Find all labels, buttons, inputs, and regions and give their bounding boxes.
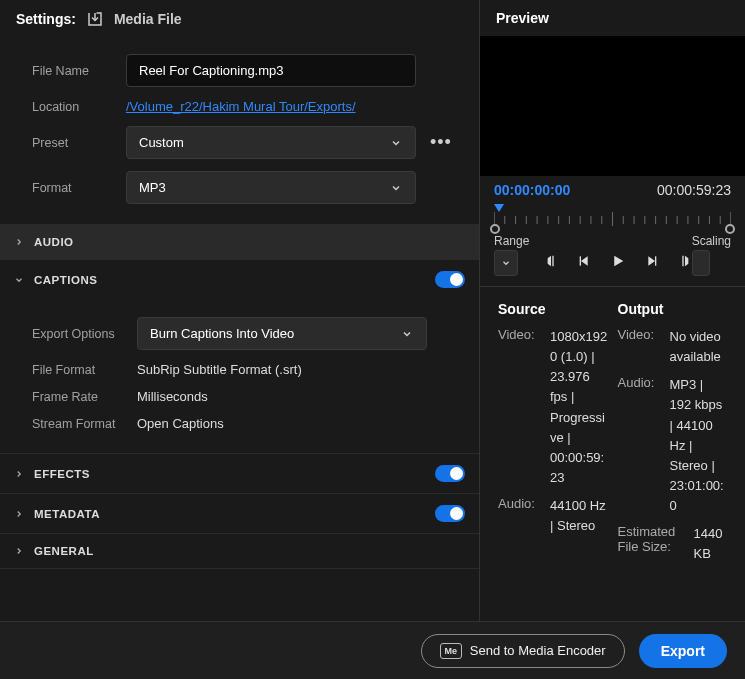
mark-out-icon[interactable] <box>675 253 691 272</box>
section-captions[interactable]: CAPTIONS <box>0 259 479 299</box>
output-est-value: 1440 KB <box>694 524 728 564</box>
media-file-label: Media File <box>114 11 182 27</box>
svg-rect-23 <box>580 256 581 265</box>
location-link[interactable]: /Volume_r22/Hakim Mural Tour/Exports/ <box>126 99 356 114</box>
time-total: 00:00:59:23 <box>657 182 731 198</box>
section-general-title: GENERAL <box>34 545 94 557</box>
export-button[interactable]: Export <box>639 634 727 668</box>
preset-select[interactable]: Custom <box>126 126 416 159</box>
effects-toggle[interactable] <box>435 465 465 482</box>
export-file-icon <box>86 10 104 28</box>
output-est-label: Estimated File Size: <box>618 524 688 564</box>
playhead-icon[interactable] <box>494 204 504 218</box>
chevron-right-icon <box>14 469 24 479</box>
file-name-input[interactable] <box>126 54 416 87</box>
chevron-down-icon <box>389 181 403 195</box>
chevron-right-icon <box>14 237 24 247</box>
captions-toggle[interactable] <box>435 271 465 288</box>
source-heading: Source <box>498 301 608 317</box>
chevron-down-icon <box>400 327 414 341</box>
export-options-value: Burn Captions Into Video <box>150 326 294 341</box>
step-back-icon[interactable] <box>577 253 593 272</box>
chevron-right-icon <box>14 546 24 556</box>
output-heading: Output <box>618 301 728 317</box>
section-audio[interactable]: AUDIO <box>0 224 479 259</box>
file-name-label: File Name <box>32 64 126 78</box>
format-select[interactable]: MP3 <box>126 171 416 204</box>
preset-label: Preset <box>32 136 126 150</box>
send-label: Send to Media Encoder <box>470 643 606 658</box>
format-label: Format <box>32 181 126 195</box>
media-encoder-icon: Me <box>440 643 462 659</box>
chevron-down-icon <box>389 136 403 150</box>
section-captions-title: CAPTIONS <box>34 274 97 286</box>
stream-format-label: Stream Format <box>32 417 137 431</box>
export-options-label: Export Options <box>32 327 137 341</box>
metadata-toggle[interactable] <box>435 505 465 522</box>
section-audio-title: AUDIO <box>34 236 74 248</box>
play-icon[interactable] <box>609 252 627 273</box>
scaling-select[interactable] <box>692 250 710 276</box>
timeline-ruler[interactable] <box>494 204 731 230</box>
output-video-label: Video: <box>618 327 664 367</box>
section-effects-title: EFFECTS <box>34 468 90 480</box>
source-audio-value: 44100 Hz | Stereo <box>550 496 608 536</box>
frame-rate-label: Frame Rate <box>32 390 137 404</box>
preview-viewport <box>480 36 745 176</box>
file-format-value: SubRip Subtitle Format (.srt) <box>137 362 302 377</box>
in-point-handle[interactable] <box>490 224 500 234</box>
settings-header: Settings: Media File <box>0 0 479 38</box>
section-metadata[interactable]: METADATA <box>0 493 479 533</box>
output-video-value: No video available <box>670 327 728 367</box>
source-audio-label: Audio: <box>498 496 544 536</box>
format-value: MP3 <box>139 180 166 195</box>
send-to-media-encoder-button[interactable]: Me Send to Media Encoder <box>421 634 625 668</box>
footer: Me Send to Media Encoder Export <box>0 621 745 679</box>
frame-rate-value: Milliseconds <box>137 389 208 404</box>
preset-value: Custom <box>139 135 184 150</box>
scaling-label: Scaling <box>692 234 731 248</box>
step-forward-icon[interactable] <box>643 253 659 272</box>
section-effects[interactable]: EFFECTS <box>0 453 479 493</box>
range-select[interactable] <box>494 250 518 276</box>
export-options-select[interactable]: Burn Captions Into Video <box>137 317 427 350</box>
mark-in-icon[interactable] <box>545 253 561 272</box>
settings-label: Settings: <box>16 11 76 27</box>
output-audio-value: MP3 | 192 kbps | 44100 Hz | Stereo | 23:… <box>670 375 728 516</box>
file-format-label: File Format <box>32 363 137 377</box>
location-label: Location <box>32 100 126 114</box>
time-current[interactable]: 00:00:00:00 <box>494 182 570 198</box>
output-audio-label: Audio: <box>618 375 664 516</box>
chevron-right-icon <box>14 509 24 519</box>
preset-more-icon[interactable]: ••• <box>430 132 452 153</box>
source-video-label: Video: <box>498 327 544 488</box>
section-general[interactable]: GENERAL <box>0 533 479 569</box>
preview-title: Preview <box>480 0 745 36</box>
source-video-value: 1080x1920 (1.0) | 23.976 fps | Progressi… <box>550 327 608 488</box>
svg-rect-24 <box>655 256 656 265</box>
section-metadata-title: METADATA <box>34 508 100 520</box>
stream-format-value: Open Captions <box>137 416 224 431</box>
chevron-down-icon <box>14 275 24 285</box>
out-point-handle[interactable] <box>725 224 735 234</box>
range-label: Range <box>494 234 529 248</box>
